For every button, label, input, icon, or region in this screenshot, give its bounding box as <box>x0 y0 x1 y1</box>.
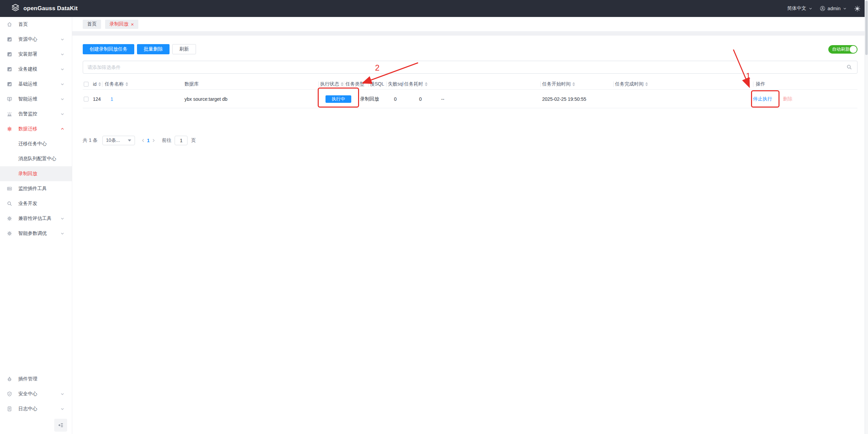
tab-record-replay[interactable]: 录制回放 × <box>105 20 138 29</box>
topbar: openGauss DataKit 简体中文 admin <box>0 0 868 17</box>
header-divider <box>402 81 403 87</box>
username-label: admin <box>828 6 841 11</box>
sidebar-item-install-deploy[interactable]: 安装部署 <box>0 47 72 62</box>
sort-icon <box>572 82 575 86</box>
tabbar-divider <box>72 31 868 36</box>
stop-execution-link[interactable]: 停止执行 <box>753 90 772 109</box>
log-icon <box>7 406 12 412</box>
language-selector[interactable]: 简体中文 <box>787 5 812 12</box>
create-record-replay-task-button[interactable]: 创建录制回放任务 <box>83 44 134 54</box>
sidebar-subitem-message-queue-config[interactable]: 消息队列配置中心 <box>0 151 72 166</box>
sidebar-item-security-center[interactable]: 安全中心 <box>0 386 72 401</box>
header-divider <box>613 81 614 87</box>
tab-bar: 首页 录制回放 × <box>72 17 868 31</box>
sidebar-subitem-record-replay[interactable]: 录制回放 <box>0 166 72 181</box>
search-icon <box>7 201 12 206</box>
user-menu[interactable]: admin <box>820 6 847 11</box>
refresh-button[interactable]: 刷新 <box>172 44 196 54</box>
cell-duration: -- <box>441 90 444 109</box>
tasks-table: id 任务名称 数据库 执行状态 任务类型 慢SQL 失败sql 任务耗时 任务… <box>83 79 857 128</box>
sidebar-item-compatibility-tool[interactable]: 兼容性评估工具 <box>0 211 72 226</box>
column-header-exec-status[interactable]: 执行状态 <box>320 79 343 89</box>
status-badge: 执行中 <box>326 95 351 103</box>
plugin-icon <box>7 376 12 382</box>
record-replay-page: 创建录制回放任务 批量删除 刷新 自动刷新 id 任务名称 <box>72 36 868 434</box>
sidebar-item-param-tuning[interactable]: 智能参数调优 <box>0 226 72 241</box>
auto-refresh-toggle[interactable]: 自动刷新 <box>828 45 857 54</box>
plugin-monitor-icon <box>7 186 12 191</box>
column-header-task-type: 任务类型 <box>346 79 364 89</box>
sidebar-spacer <box>0 241 72 372</box>
sidebar-item-log-center[interactable]: 日志中心 <box>0 401 72 416</box>
gear-icon <box>7 126 12 132</box>
collapse-sidebar-button[interactable] <box>54 419 67 432</box>
language-label: 简体中文 <box>787 5 806 12</box>
prev-page-icon[interactable] <box>141 138 145 143</box>
sidebar-item-monitor-plugin-tools[interactable]: 监控插件工具 <box>0 181 72 196</box>
table-row: 124 1 ybx source:target db 执行中 录制回放 0 0 … <box>83 89 857 108</box>
select-all-checkbox[interactable] <box>84 82 88 87</box>
header-divider <box>344 81 344 87</box>
select-all-checkbox-cell <box>84 79 88 89</box>
app-title: openGauss DataKit <box>23 5 78 12</box>
cell-failed-sql: 0 <box>419 90 422 109</box>
column-header-slow-sql: 慢SQL <box>370 79 384 89</box>
sidebar-item-basic-ops[interactable]: 基础运维 <box>0 77 72 92</box>
batch-delete-button[interactable]: 批量删除 <box>137 44 170 54</box>
scrollbar-thumb[interactable] <box>865 1 868 55</box>
page-unit-label: 页 <box>191 137 196 144</box>
column-header-task-name[interactable]: 任务名称 <box>105 79 128 89</box>
cell-task-type: 录制回放 <box>360 90 379 109</box>
theme-toggle-icon[interactable] <box>854 5 861 12</box>
goto-page-input[interactable] <box>175 136 188 145</box>
scrollbar-track[interactable] <box>865 0 868 434</box>
sidebar-item-data-migration[interactable]: 数据迁移 <box>0 121 72 136</box>
dropdown-caret-icon <box>128 139 131 141</box>
sidebar-item-business-modeling[interactable]: 业务建模 <box>0 62 72 77</box>
opengauss-datakit-app: { "topbar": { "app_title": "openGauss Da… <box>0 0 868 434</box>
header-divider <box>540 81 541 87</box>
module-icon <box>7 37 12 42</box>
filter-input[interactable] <box>83 61 857 74</box>
header-divider <box>753 81 753 87</box>
sidebar-subitem-migration-task-center[interactable]: 迁移任务中心 <box>0 136 72 151</box>
sidebar: 首页 资源中心 安装部署 业务建模 基础运维 智能运维 <box>0 17 72 434</box>
sidebar-item-alert-monitoring[interactable]: 告警监控 <box>0 107 72 121</box>
page-number-1[interactable]: 1 <box>147 138 150 143</box>
filter-bar <box>83 61 857 74</box>
row-checkbox[interactable] <box>84 97 88 101</box>
tab-home[interactable]: 首页 <box>83 20 101 29</box>
cell-id: 124 <box>93 90 101 109</box>
main-area: 首页 录制回放 × 创建录制回放任务 批量删除 刷新 自动刷新 <box>72 17 868 434</box>
sidebar-item-business-dev[interactable]: 业务开发 <box>0 196 72 211</box>
next-page-icon[interactable] <box>152 138 156 143</box>
sidebar-item-plugin-management[interactable]: 插件管理 <box>0 372 72 386</box>
collapse-sidebar-icon <box>58 422 63 428</box>
column-header-duration[interactable]: 任务耗时 <box>404 79 428 89</box>
sidebar-item-intelligent-ops[interactable]: 智能运维 <box>0 92 72 107</box>
column-header-start-time[interactable]: 任务开始时间 <box>542 79 575 89</box>
cell-exec-status: 执行中 <box>326 90 351 109</box>
chevron-down-icon <box>60 67 64 71</box>
module-icon <box>7 67 12 72</box>
sidebar-item-resource-center[interactable]: 资源中心 <box>0 32 72 47</box>
column-header-finish-time[interactable]: 任务完成时间 <box>615 79 648 89</box>
sort-icon <box>645 82 648 86</box>
gear-icon <box>7 216 12 221</box>
avatar-icon <box>820 6 825 11</box>
cell-task-name-link[interactable]: 1 <box>111 90 113 109</box>
cell-database: ybx source:target db <box>184 90 228 109</box>
pagination: 共 1 条 10条... 1 前往 页 <box>83 136 857 145</box>
cell-slow-sql: 0 <box>394 90 397 109</box>
chevron-down-icon <box>809 7 812 11</box>
close-tab-icon[interactable]: × <box>131 22 134 27</box>
header-divider <box>386 81 387 87</box>
chevron-down-icon <box>843 7 847 11</box>
column-header-id[interactable]: id <box>93 79 101 89</box>
chevron-down-icon <box>60 112 64 116</box>
delete-link[interactable]: 删除 <box>783 90 792 109</box>
module-icon <box>7 81 12 87</box>
page-size-select[interactable]: 10条... <box>102 136 135 145</box>
sidebar-item-home[interactable]: 首页 <box>0 17 72 32</box>
search-icon[interactable] <box>846 64 852 70</box>
